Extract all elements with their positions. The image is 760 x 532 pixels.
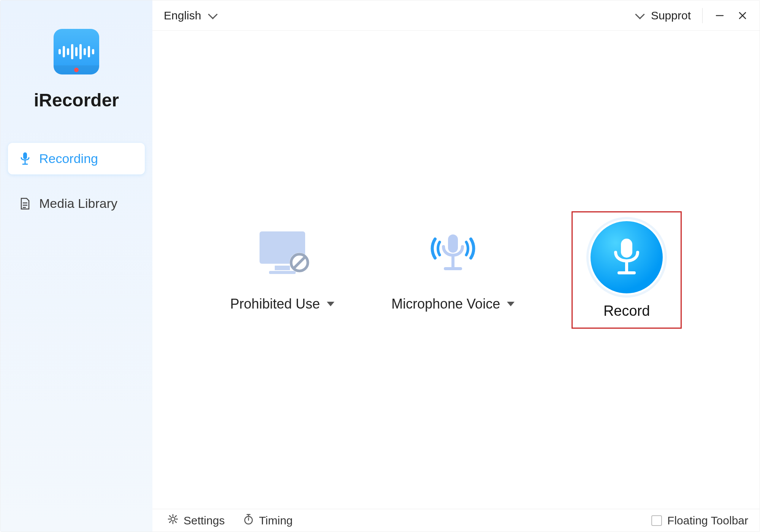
divider bbox=[702, 8, 703, 23]
system-sound-label: Prohibited Use bbox=[230, 296, 320, 312]
svg-rect-10 bbox=[275, 266, 290, 270]
footer: Settings Timing Floating bbox=[152, 509, 760, 532]
close-button[interactable] bbox=[737, 10, 748, 21]
svg-rect-0 bbox=[23, 152, 27, 159]
app-title: iRecorder bbox=[34, 90, 119, 111]
topbar-right: Supprot bbox=[636, 8, 748, 23]
chevron-down-icon bbox=[208, 10, 218, 19]
microphone-option: Microphone Voice bbox=[391, 228, 515, 312]
svg-rect-15 bbox=[448, 234, 458, 253]
main-panel: English Supprot bbox=[152, 0, 760, 532]
mic-icon bbox=[19, 152, 31, 165]
svg-rect-18 bbox=[621, 239, 632, 258]
chevron-down-icon bbox=[635, 10, 644, 19]
support-dropdown[interactable]: Supprot bbox=[636, 9, 691, 22]
sidebar-item-recording[interactable]: Recording bbox=[8, 143, 145, 174]
timing-button[interactable]: Timing bbox=[244, 513, 293, 527]
svg-line-28 bbox=[175, 516, 176, 517]
support-label: Supprot bbox=[651, 9, 691, 22]
monitor-disabled-icon bbox=[254, 228, 311, 281]
gear-icon bbox=[168, 514, 178, 527]
record-label: Record bbox=[603, 303, 650, 319]
waveform-icon bbox=[59, 42, 94, 61]
language-label: English bbox=[164, 9, 201, 22]
record-button[interactable]: Record bbox=[572, 211, 682, 329]
svg-line-29 bbox=[169, 521, 171, 522]
minimize-button[interactable] bbox=[714, 10, 725, 21]
app-logo bbox=[54, 29, 99, 74]
settings-button[interactable]: Settings bbox=[168, 514, 225, 527]
svg-line-26 bbox=[169, 516, 171, 517]
svg-point-21 bbox=[171, 517, 175, 521]
record-circle-outer bbox=[589, 219, 665, 295]
checkbox-icon bbox=[651, 515, 662, 526]
mic-white-icon bbox=[610, 236, 644, 278]
svg-line-27 bbox=[175, 521, 176, 522]
timing-label: Timing bbox=[259, 514, 293, 527]
sidebar-item-label: Media Library bbox=[39, 196, 117, 211]
sidebar-item-label: Recording bbox=[39, 151, 98, 166]
language-dropdown[interactable]: English bbox=[164, 9, 216, 22]
svg-rect-11 bbox=[269, 271, 296, 274]
sidebar: iRecorder Recording bbox=[0, 0, 152, 532]
system-sound-option: Prohibited Use bbox=[230, 228, 334, 312]
microphone-dropdown[interactable]: Microphone Voice bbox=[391, 296, 515, 312]
microphone-label: Microphone Voice bbox=[391, 296, 500, 312]
stopwatch-icon bbox=[244, 513, 253, 527]
settings-label: Settings bbox=[184, 514, 225, 527]
microphone-active-icon bbox=[421, 228, 485, 281]
floating-toolbar-toggle[interactable]: Floating Toolbar bbox=[651, 514, 748, 527]
triangle-down-icon bbox=[327, 302, 334, 306]
sidebar-nav: Recording Media Library bbox=[0, 143, 152, 233]
app-window: iRecorder Recording bbox=[0, 0, 760, 532]
content-area: Prohibited Use bbox=[152, 31, 760, 509]
footer-left: Settings Timing bbox=[168, 513, 293, 527]
record-dot-icon bbox=[74, 68, 79, 72]
logo-strip bbox=[54, 65, 99, 74]
system-sound-dropdown[interactable]: Prohibited Use bbox=[230, 296, 334, 312]
document-icon bbox=[19, 198, 31, 210]
topbar: English Supprot bbox=[152, 0, 760, 31]
record-circle bbox=[591, 221, 663, 293]
floating-toolbar-label: Floating Toolbar bbox=[667, 514, 748, 527]
sidebar-item-media-library[interactable]: Media Library bbox=[8, 188, 145, 219]
triangle-down-icon bbox=[507, 302, 515, 306]
